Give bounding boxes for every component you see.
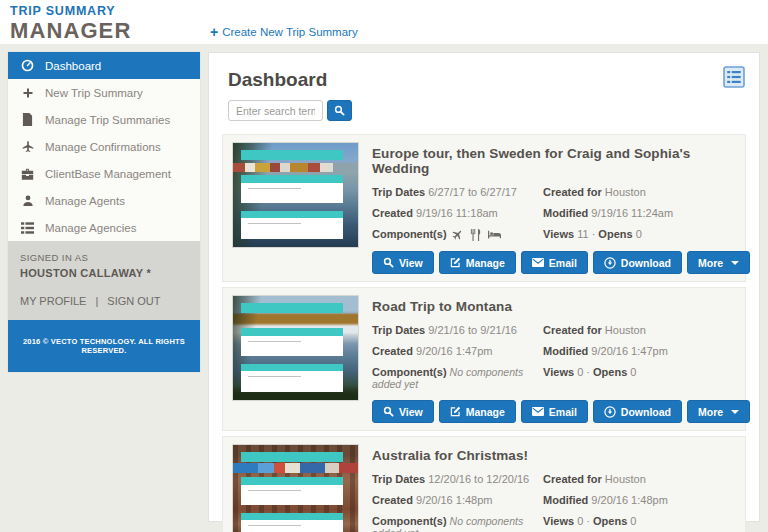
trip-thumbnail[interactable] (232, 444, 359, 532)
trip-dates-cell: Trip Dates 12/20/16 to 12/20/16 (372, 473, 543, 485)
created-for-value: Houston (605, 186, 646, 198)
email-button[interactable]: Email (521, 251, 588, 274)
trip-card: Europe tour, then Sweden for Craig and S… (222, 134, 746, 282)
created-for-label: Created for (543, 186, 602, 198)
envelope-icon (532, 258, 544, 267)
logo-line2: MANAGER (10, 20, 131, 42)
caret-down-icon (731, 410, 739, 414)
signed-in-label: SIGNED IN AS (20, 252, 188, 263)
thumbnail-section (241, 513, 344, 532)
create-new-trip-summary-link[interactable]: + Create New Trip Summary (210, 25, 358, 39)
plus-icon: + (210, 25, 218, 39)
more-button[interactable]: More (687, 251, 750, 274)
download-icon (604, 406, 616, 418)
created-label: Created (372, 207, 413, 219)
thumbnail-header-bar (241, 452, 344, 461)
list-view-icon[interactable] (723, 66, 745, 88)
created-for-value: Houston (605, 324, 646, 336)
sidebar-item-label: Manage Agencies (45, 222, 136, 234)
trip-dates-label: Trip Dates (372, 324, 425, 336)
modified-label: Modified (543, 345, 588, 357)
trip-dates-cell: Trip Dates 6/27/17 to 6/27/17 (372, 186, 543, 198)
views-separator: · (586, 515, 590, 527)
trip-dates-label: Trip Dates (372, 186, 425, 198)
sidebar-item-label: Dashboard (45, 60, 101, 72)
sidebar-item-dashboard[interactable]: Dashboard (8, 52, 200, 79)
opens-value: 0 (630, 366, 636, 378)
thumbnail-section (241, 175, 344, 203)
document-icon (20, 113, 35, 126)
edit-icon (450, 406, 461, 417)
email-button[interactable]: Email (521, 400, 588, 423)
trip-dates-value: 9/21/16 to 9/21/16 (428, 324, 517, 336)
created-for-cell: Created for Houston (543, 324, 736, 336)
thumbnail-section (241, 364, 344, 392)
view-button[interactable]: View (372, 400, 434, 423)
trip-dates-cell: Trip Dates 9/21/16 to 9/21/16 (372, 324, 543, 336)
views-separator: · (592, 228, 596, 240)
modified-value: 9/20/16 1:47pm (591, 345, 667, 357)
search-button[interactable] (327, 100, 352, 121)
thumbnail-section (241, 328, 344, 356)
sidebar-item-new-trip-summary[interactable]: New Trip Summary (8, 79, 200, 106)
manage-button[interactable]: Manage (439, 400, 516, 423)
opens-label: Opens (593, 366, 627, 378)
restaurant-icon (470, 229, 481, 241)
created-cell: Created 9/19/16 11:18am (372, 207, 543, 219)
view-button[interactable]: View (372, 251, 434, 274)
created-for-cell: Created for Houston (543, 473, 736, 485)
opens-value: 0 (630, 515, 636, 527)
thumbnail-header-bar (241, 303, 344, 312)
created-for-value: Houston (605, 473, 646, 485)
trip-card: Road Trip to Montana Trip Dates 9/21/16 … (222, 287, 746, 431)
views-opens-cell: Views 11 · Opens 0 (543, 228, 736, 241)
sidebar-item-manage-agents[interactable]: Manage Agents (8, 187, 200, 214)
trip-thumbnail[interactable] (232, 142, 359, 248)
envelope-icon (532, 407, 544, 416)
links-separator: | (95, 295, 98, 307)
components-label: Component(s) (372, 515, 447, 527)
created-for-label: Created for (543, 324, 602, 336)
created-value: 9/19/16 11:18am (416, 207, 498, 219)
app-header: TRIP SUMMARY MANAGER + Create New Trip S… (0, 0, 768, 44)
search-icon (383, 406, 394, 417)
download-button[interactable]: Download (593, 251, 682, 274)
my-profile-link[interactable]: MY PROFILE (20, 295, 86, 307)
sidebar-item-manage-confirmations[interactable]: Manage Confirmations (8, 133, 200, 160)
trip-dates-value: 12/20/16 to 12/20/16 (428, 473, 529, 485)
created-value: 9/20/16 1:48pm (416, 494, 492, 506)
trip-title: Road Trip to Montana (372, 299, 736, 314)
views-label: Views (543, 228, 574, 240)
views-label: Views (543, 515, 574, 527)
thumbnail-header-bar (241, 150, 344, 159)
sidebar-item-clientbase-management[interactable]: ClientBase Management (8, 160, 200, 187)
create-link-label: Create New Trip Summary (222, 26, 357, 38)
modified-cell: Modified 9/20/16 1:48pm (543, 494, 736, 506)
search-input[interactable] (228, 100, 323, 121)
views-value: 0 (577, 366, 583, 378)
created-label: Created (372, 494, 413, 506)
download-button[interactable]: Download (593, 400, 682, 423)
views-opens-cell: Views 0 · Opens 0 (543, 366, 736, 390)
more-button[interactable]: More (687, 400, 750, 423)
created-cell: Created 9/20/16 1:48pm (372, 494, 543, 506)
trip-thumbnail[interactable] (232, 295, 359, 401)
sidebar-item-manage-agencies[interactable]: Manage Agencies (8, 214, 200, 241)
app-logo[interactable]: TRIP SUMMARY MANAGER (10, 5, 131, 42)
logo-line1: TRIP SUMMARY (10, 5, 131, 18)
sidebar-item-label: Manage Agents (45, 195, 125, 207)
created-for-cell: Created for Houston (543, 186, 736, 198)
manage-button[interactable]: Manage (439, 251, 516, 274)
components-cell: Component(s) No components added yet (372, 366, 543, 390)
sidebar-item-manage-trip-summaries[interactable]: Manage Trip Summaries (8, 106, 200, 133)
copyright-footer: 2016 © VECTO TECHNOLOGY. ALL RIGHTS RESE… (8, 320, 200, 372)
components-cell: Component(s) No components added yet (372, 515, 543, 532)
modified-cell: Modified 9/19/16 11:24am (543, 207, 736, 219)
thumbnail-section (241, 211, 344, 239)
created-label: Created (372, 345, 413, 357)
signed-in-user-name: HOUSTON CALLAWAY * (20, 267, 188, 279)
views-separator: · (586, 366, 590, 378)
sign-out-link[interactable]: SIGN OUT (107, 295, 160, 307)
trip-dates-value: 6/27/17 to 6/27/17 (428, 186, 517, 198)
opens-label: Opens (598, 228, 632, 240)
